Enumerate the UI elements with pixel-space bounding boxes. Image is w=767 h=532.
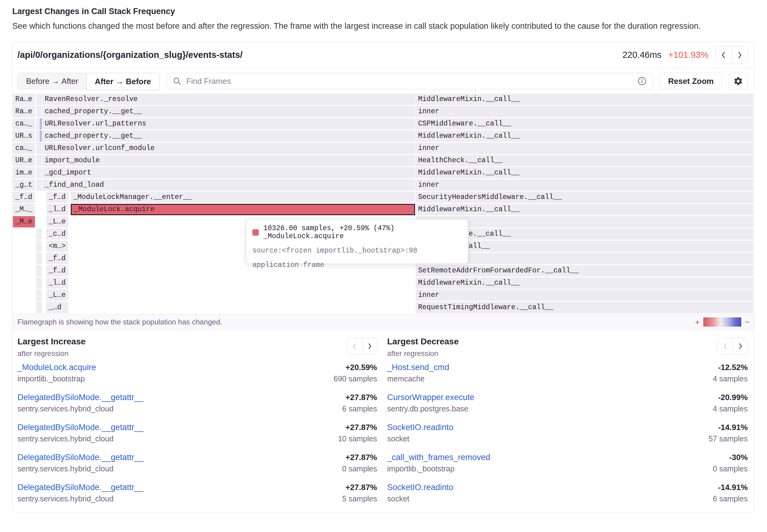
flame-cell[interactable]: URLResolver.urlconf_module [42,143,416,154]
flame-cell[interactable] [36,228,42,240]
prev-endpoint-button[interactable] [716,47,731,64]
flame-cell[interactable]: MiddlewareMixin.__call__ [416,204,753,215]
flame-cell[interactable]: MiddlewareMixin.__call__ [416,277,753,289]
flame-cell[interactable]: Ra…e [13,94,35,105]
flame-cell[interactable]: Ra…e [13,106,35,117]
chevron-left-icon [722,343,728,350]
flame-cell[interactable] [36,155,42,166]
flame-cell[interactable]: _L…e [46,290,68,301]
flame-cell[interactable]: im…e [13,167,35,178]
find-frames-input[interactable] [186,76,637,86]
flame-cell[interactable] [36,302,42,313]
flame-cell[interactable]: CSPMiddleware.__call__ [416,118,753,129]
flame-cell[interactable]: HealthCheck.__call__ [416,155,753,166]
sample-count: 0 samples [713,464,748,473]
flame-cell[interactable] [36,167,42,178]
flame-cell[interactable] [40,130,42,142]
flamegraph-footer: Flamegraph is showing how the stack popu… [13,314,754,330]
flame-cell[interactable]: MiddlewareMixin.__call__ [416,130,753,142]
flame-cell[interactable]: _L…e [46,216,68,227]
flame-cell[interactable]: _…d [46,302,68,313]
frame-link[interactable]: SocketIO.readinto [387,483,453,492]
frame-package: importlib._bootstrap [17,374,85,383]
settings-button[interactable] [729,73,748,89]
reset-zoom-button[interactable]: Reset Zoom [660,73,722,89]
flame-cell[interactable]: _f…d [46,265,68,276]
flame-cell[interactable]: inner [416,106,753,117]
flame-cell[interactable] [36,277,42,289]
flame-cell[interactable] [36,253,42,264]
flame-cell[interactable] [36,265,42,276]
flame-cell[interactable]: _gcd_import [42,167,416,178]
info-icon[interactable] [637,77,647,86]
frame-package: sentry.db.postgres.base [387,404,468,413]
flame-cell[interactable]: import_module [42,155,416,166]
flame-cell[interactable]: ca…_ [13,118,35,129]
flame-cell[interactable]: SecurityHeadersMiddleware.__call__ [416,192,753,203]
flamegraph-footer-text: Flamegraph is showing how the stack popu… [17,318,222,326]
flame-cell[interactable]: SetRemoteAddrFromForwardedFor.__call__ [416,265,753,276]
segment-before-after[interactable]: Before → After [18,73,87,89]
flame-cell[interactable]: _M…e [13,216,35,227]
flame-cell[interactable] [36,94,42,105]
flame-cell[interactable]: <m…> [46,241,68,252]
frame-link[interactable]: _ModuleLock.acquire [17,363,96,372]
decrease-prev-button[interactable] [718,338,733,354]
flame-cell[interactable] [40,118,42,129]
flame-cell[interactable]: _l…d [46,277,68,289]
frame-link[interactable]: _Host.send_cmd [387,363,449,372]
sample-count: 57 samples [709,434,748,443]
sample-count: 10 samples [338,434,377,443]
flame-cell[interactable]: _ModuleLock.acquire [71,204,415,215]
flame-cell[interactable]: _M…_ [13,204,35,215]
flame-cell[interactable]: _c…d [46,228,68,240]
frame-link[interactable]: DelegatedBySiloMode.__getattr__ [17,453,143,462]
frame-tooltip: 10326.00 samples, +20.59% (47%) _ModuleL… [246,219,468,264]
frame-link[interactable]: _call_with_frames_removed [387,453,490,462]
flame-cell[interactable]: _g…t [13,179,35,191]
flame-cell[interactable]: _f…d [46,192,68,203]
flame-cell[interactable]: _ModuleLockManager.__enter__ [71,192,415,203]
chevron-right-icon [736,51,743,59]
flame-cell[interactable] [36,241,42,252]
flame-cell[interactable] [36,290,42,301]
flame-cell[interactable] [36,179,42,191]
frame-package: importlib._bootstrap [387,464,455,473]
increase-next-button[interactable] [362,338,377,354]
flame-cell[interactable]: ca…_ [13,143,35,154]
flame-cell[interactable] [36,143,42,154]
flame-cell-label: MiddlewareMixin.__call__ [416,169,520,177]
frame-package: socket [387,434,409,443]
flame-cell[interactable]: _l…d [46,204,68,215]
flame-cell[interactable]: UR…e [13,155,35,166]
differential-flamegraph[interactable]: 10326.00 samples, +20.59% (47%) _ModuleL… [13,94,754,314]
flame-cell[interactable]: RavenResolver._resolve [42,94,416,105]
increase-prev-button[interactable] [347,338,362,354]
flame-cell[interactable]: inner [416,179,753,191]
flame-cell[interactable]: UR…s [13,130,35,142]
flame-cell-label: _l…d [46,279,66,287]
tooltip-samples-line: 10326.00 samples, +20.59% (47%) _ModuleL… [252,224,462,240]
frame-link[interactable]: CursorWrapper.execute [387,393,475,402]
flame-cell-label: _L…e [46,218,66,226]
flame-cell[interactable]: cached_property.__get__ [42,106,416,117]
flame-cell[interactable]: _f…d [46,253,68,264]
frame-link[interactable]: DelegatedBySiloMode.__getattr__ [17,423,143,432]
flame-cell[interactable]: inner [416,290,753,301]
flame-cell[interactable]: RequestTimingMiddleware.__call__ [416,302,753,313]
flame-cell[interactable]: cached_property.__get__ [42,130,416,142]
flame-cell[interactable]: _find_and_load [42,179,416,191]
frame-link[interactable]: DelegatedBySiloMode.__getattr__ [17,483,143,492]
flame-cell[interactable]: MiddlewareMixin.__call__ [416,167,753,178]
flame-cell[interactable] [36,106,42,117]
flame-cell[interactable]: inner [416,143,753,154]
tooltip-frame-type-line: application frame [252,261,462,269]
frame-link[interactable]: SocketIO.readinto [387,423,453,432]
frame-link[interactable]: DelegatedBySiloMode.__getattr__ [17,393,143,402]
flame-cell[interactable]: MiddlewareMixin.__call__ [416,94,753,105]
flame-cell[interactable]: URLResolver.url_patterns [42,118,416,129]
flame-cell[interactable]: _f…d [13,192,35,203]
segment-after-before[interactable]: After → Before [86,73,160,90]
decrease-next-button[interactable] [733,338,747,354]
next-endpoint-button[interactable] [731,47,747,64]
